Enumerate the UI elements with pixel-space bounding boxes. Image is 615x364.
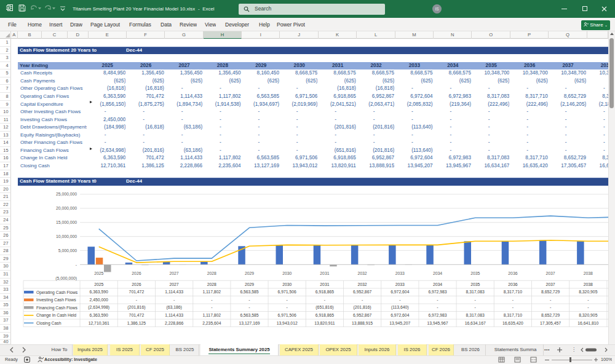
svg-text:6,972,983: 6,972,983 bbox=[428, 313, 446, 317]
svg-text:6,363,590: 6,363,590 bbox=[90, 313, 108, 317]
svg-text:2,235,604: 2,235,604 bbox=[202, 321, 221, 325]
svg-text:Closing Cash: Closing Cash bbox=[36, 321, 62, 326]
svg-text:-: - bbox=[324, 298, 325, 302]
svg-text:-: - bbox=[362, 298, 363, 302]
svg-text:2032: 2032 bbox=[358, 271, 367, 275]
svg-text:(63,186): (63,186) bbox=[166, 305, 181, 310]
svg-text:17,305,457: 17,305,457 bbox=[540, 321, 561, 325]
svg-text:(113,640): (113,640) bbox=[391, 305, 409, 310]
svg-text:Change In Cash Held: Change In Cash Held bbox=[36, 313, 76, 318]
svg-text:2029: 2029 bbox=[245, 271, 254, 275]
svg-text:2025: 2025 bbox=[94, 282, 103, 287]
svg-text:5,000,000: 5,000,000 bbox=[58, 248, 77, 253]
svg-text:2030: 2030 bbox=[282, 282, 292, 287]
svg-text:701,472: 701,472 bbox=[129, 290, 145, 294]
svg-text:2033: 2033 bbox=[395, 282, 405, 287]
svg-text:16,635,420: 16,635,420 bbox=[502, 321, 523, 325]
svg-text:2036: 2036 bbox=[508, 271, 517, 275]
svg-text:Operating Cash Flows: Operating Cash Flows bbox=[36, 290, 78, 295]
svg-text:(651,816): (651,816) bbox=[315, 305, 333, 310]
svg-text:2026: 2026 bbox=[132, 282, 141, 287]
svg-text:6,918,865: 6,918,865 bbox=[315, 313, 334, 317]
svg-text:(201,816): (201,816) bbox=[127, 305, 145, 310]
svg-text:-: - bbox=[475, 298, 476, 302]
svg-text:8,652,729: 8,652,729 bbox=[541, 290, 560, 294]
svg-text:-: - bbox=[512, 305, 514, 309]
svg-text:-: - bbox=[173, 298, 175, 302]
svg-text:6,952,867: 6,952,867 bbox=[353, 313, 371, 317]
svg-text:-: - bbox=[437, 298, 438, 302]
svg-text:2035: 2035 bbox=[470, 271, 480, 275]
svg-text:6,563,585: 6,563,585 bbox=[240, 313, 258, 317]
svg-text:6,972,604: 6,972,604 bbox=[391, 290, 409, 294]
svg-text:13,127,169: 13,127,169 bbox=[239, 321, 260, 325]
svg-text:-: - bbox=[287, 298, 288, 302]
svg-text:-: - bbox=[550, 305, 551, 309]
svg-text:-: - bbox=[136, 298, 137, 302]
svg-text:13,945,207: 13,945,207 bbox=[389, 321, 410, 325]
svg-text:-: - bbox=[399, 298, 400, 302]
svg-text:13,820,911: 13,820,911 bbox=[314, 321, 335, 325]
svg-text:2034: 2034 bbox=[433, 282, 442, 287]
svg-text:Investing Cash Flows: Investing Cash Flows bbox=[36, 298, 76, 303]
svg-text:1,117,802: 1,117,802 bbox=[202, 290, 221, 294]
svg-text:8,320,905: 8,320,905 bbox=[579, 290, 597, 294]
svg-text:16,641,810: 16,641,810 bbox=[577, 321, 598, 325]
svg-text:(2,634,998): (2,634,998) bbox=[88, 305, 109, 310]
svg-text:701,472: 701,472 bbox=[129, 313, 145, 317]
svg-text:25,000,000: 25,000,000 bbox=[56, 192, 77, 196]
svg-text:-: - bbox=[475, 305, 476, 309]
svg-text:2032: 2032 bbox=[358, 282, 367, 287]
svg-text:2037: 2037 bbox=[546, 271, 555, 275]
svg-text:6,918,865: 6,918,865 bbox=[315, 290, 334, 294]
svg-text:2037: 2037 bbox=[546, 282, 555, 287]
svg-text:-: - bbox=[512, 298, 514, 302]
svg-text:1,114,433: 1,114,433 bbox=[165, 290, 183, 294]
svg-text:2036: 2036 bbox=[508, 282, 517, 287]
svg-text:12,710,361: 12,710,361 bbox=[89, 321, 109, 325]
svg-text:2033: 2033 bbox=[395, 271, 405, 275]
svg-text:10,000,000: 10,000,000 bbox=[56, 234, 77, 239]
svg-text:-: - bbox=[211, 298, 212, 302]
svg-text:2028: 2028 bbox=[207, 271, 216, 275]
svg-text:8,317,083: 8,317,083 bbox=[466, 290, 485, 294]
svg-text:6,971,506: 6,971,506 bbox=[278, 313, 296, 317]
svg-text:Financing Cash Flows: Financing Cash Flows bbox=[36, 306, 77, 311]
svg-text:2,228,866: 2,228,866 bbox=[165, 321, 183, 325]
svg-text:-: - bbox=[550, 298, 551, 302]
svg-text:2031: 2031 bbox=[320, 271, 329, 275]
svg-text:8,652,729: 8,652,729 bbox=[541, 313, 560, 317]
svg-text:-: - bbox=[76, 263, 77, 267]
svg-text:-: - bbox=[211, 305, 212, 309]
svg-text:8,317,083: 8,317,083 bbox=[466, 313, 485, 317]
svg-text:2034: 2034 bbox=[433, 271, 442, 275]
svg-text:8,317,710: 8,317,710 bbox=[504, 290, 522, 294]
svg-text:2,450,000: 2,450,000 bbox=[90, 298, 108, 302]
svg-text:6,972,604: 6,972,604 bbox=[391, 313, 409, 317]
svg-text:2031: 2031 bbox=[320, 282, 329, 287]
svg-text:-: - bbox=[248, 298, 250, 302]
svg-text:-: - bbox=[587, 305, 589, 309]
svg-text:6,972,983: 6,972,983 bbox=[428, 290, 446, 294]
svg-text:6,952,867: 6,952,867 bbox=[353, 290, 371, 294]
svg-text:-: - bbox=[437, 305, 438, 309]
svg-text:15,000,000: 15,000,000 bbox=[56, 220, 77, 224]
svg-text:(201,816): (201,816) bbox=[354, 305, 371, 310]
svg-text:2035: 2035 bbox=[470, 282, 480, 287]
svg-text:16,634,167: 16,634,167 bbox=[465, 321, 486, 325]
svg-text:2030: 2030 bbox=[282, 271, 292, 275]
svg-text:2025: 2025 bbox=[94, 271, 103, 275]
svg-text:6,971,506: 6,971,506 bbox=[278, 290, 296, 294]
svg-text:-: - bbox=[248, 305, 250, 309]
svg-text:2038: 2038 bbox=[584, 282, 593, 287]
svg-text:-: - bbox=[587, 298, 589, 302]
svg-text:8,317,710: 8,317,710 bbox=[504, 313, 522, 317]
svg-text:2027: 2027 bbox=[170, 282, 179, 287]
svg-text:1,114,433: 1,114,433 bbox=[165, 313, 183, 317]
svg-text:6,363,590: 6,363,590 bbox=[90, 290, 108, 294]
svg-text:1,386,125: 1,386,125 bbox=[127, 321, 146, 325]
svg-text:2038: 2038 bbox=[584, 271, 593, 275]
svg-text:13,943,012: 13,943,012 bbox=[277, 321, 298, 325]
svg-text:2027: 2027 bbox=[170, 271, 179, 275]
svg-text:6,563,585: 6,563,585 bbox=[240, 290, 258, 294]
